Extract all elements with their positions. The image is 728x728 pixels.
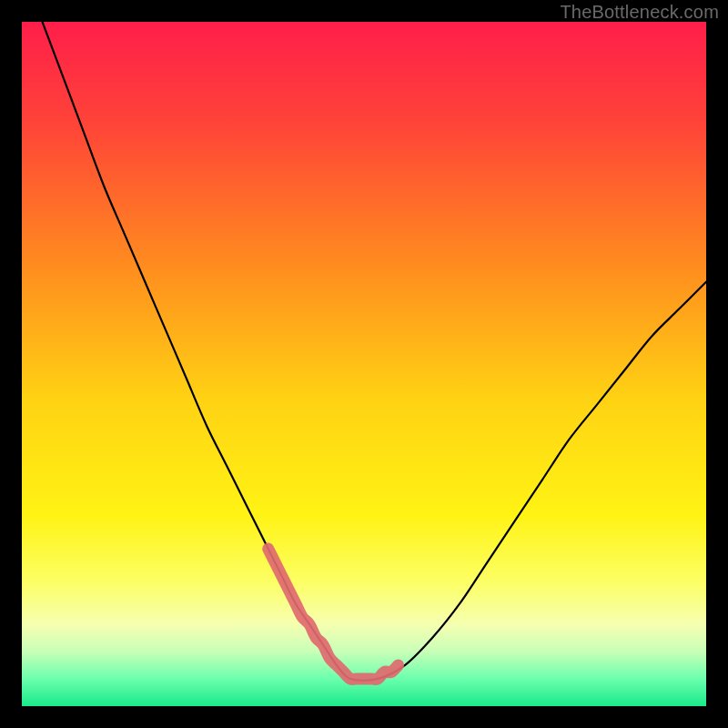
watermark-text: TheBottleneck.com xyxy=(560,2,719,23)
gradient-background xyxy=(22,22,706,706)
plot-svg xyxy=(22,22,706,706)
chart-frame: TheBottleneck.com xyxy=(0,0,728,728)
plot-area xyxy=(22,22,706,706)
